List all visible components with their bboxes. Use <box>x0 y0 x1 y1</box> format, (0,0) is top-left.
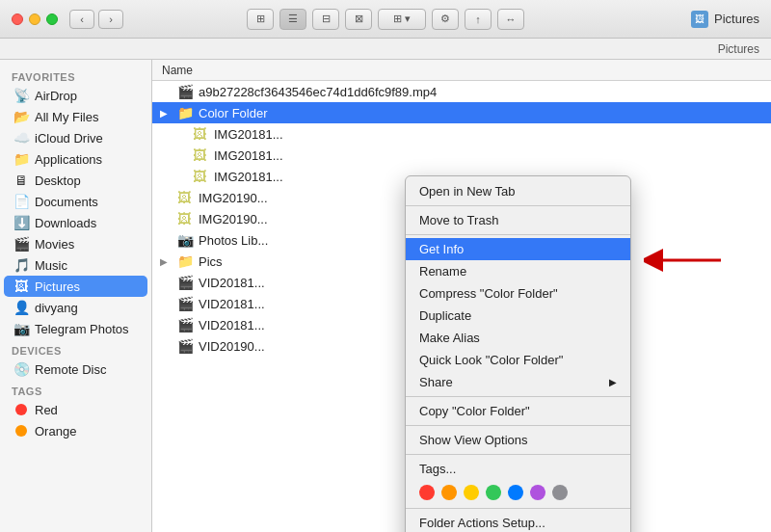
tag-gray[interactable] <box>552 485 568 500</box>
all-my-files-icon: 📂 <box>13 109 29 124</box>
ctx-quick-look[interactable]: Quick Look "Color Folder" <box>406 349 630 371</box>
file-name-img2: IMG20181... <box>214 148 283 163</box>
sidebar-item-documents[interactable]: 📄 Documents <box>4 191 147 212</box>
video-icon-1: 🎬 <box>177 275 193 290</box>
ctx-show-view-options[interactable]: Show View Options <box>406 429 630 451</box>
list-view-button[interactable]: ☰ <box>279 9 306 30</box>
svg-point-1 <box>15 425 27 437</box>
toolbar-center: ⊞ ☰ ⊟ ⊠ ⊞ ▾ ⚙ ↑ ↔ <box>247 9 524 30</box>
video-icon-4: 🎬 <box>177 338 193 354</box>
file-item-img1[interactable]: 🖼 IMG20181... <box>152 123 771 145</box>
tag-red[interactable] <box>419 485 435 500</box>
color-folder-icon: 📁 <box>177 105 193 120</box>
image-icon-5: 🖼 <box>177 211 193 226</box>
window-title-icon: 🖼 <box>691 11 708 28</box>
red-tag-icon <box>13 402 29 417</box>
ctx-share[interactable]: Share ▶ <box>406 371 630 393</box>
file-item-mp4[interactable]: 🎬 a9b27228cf3643546ec74d1dd6fc9f89.mp4 <box>152 81 771 102</box>
ctx-rename[interactable]: Rename <box>406 260 630 282</box>
column-view-button[interactable]: ⊟ <box>312 9 339 30</box>
action-button[interactable]: ↑ <box>465 9 492 30</box>
desktop-icon: 🖥 <box>13 173 29 188</box>
maximize-button[interactable] <box>46 13 58 25</box>
sidebar-item-desktop[interactable]: 🖥 Desktop <box>4 170 147 191</box>
sidebar-item-downloads[interactable]: ⬇️ Downloads <box>4 212 147 233</box>
sidebar-item-applications[interactable]: 📁 Applications <box>4 148 147 170</box>
ctx-get-info[interactable]: Get Info <box>406 238 630 260</box>
airdrop-label: AirDrop <box>35 89 77 103</box>
forward-button[interactable]: › <box>98 10 123 29</box>
file-item-color-folder[interactable]: ▶ 📁 Color Folder <box>152 102 771 123</box>
image-icon-1: 🖼 <box>193 126 208 142</box>
column-header: Name <box>152 60 771 81</box>
ctx-make-alias[interactable]: Make Alias <box>406 327 630 349</box>
file-name-photos-lib: Photos Lib... <box>199 233 268 248</box>
tag-green[interactable] <box>486 485 501 500</box>
gear-button[interactable]: ⚙ <box>432 9 459 30</box>
ctx-share-label: Share <box>419 375 453 389</box>
orange-tag-label: Orange <box>35 424 76 439</box>
tag-purple[interactable] <box>530 485 545 500</box>
video-icon-2: 🎬 <box>177 296 193 311</box>
sidebar-tag-orange[interactable]: Orange <box>4 420 147 441</box>
ctx-quick-look-label: Quick Look "Color Folder" <box>419 353 563 367</box>
sidebar-item-pictures[interactable]: 🖼 Pictures <box>4 276 147 297</box>
music-label: Music <box>35 258 67 273</box>
tag-orange[interactable] <box>441 485 457 500</box>
ctx-move-trash[interactable]: Move to Trash <box>406 209 630 231</box>
tag-yellow[interactable] <box>464 485 479 500</box>
ctx-rename-label: Rename <box>419 264 466 279</box>
ctx-compress[interactable]: Compress "Color Folder" <box>406 282 630 305</box>
sidebar-item-music[interactable]: 🎵 Music <box>4 254 147 276</box>
name-column-header: Name <box>162 64 193 77</box>
back-button[interactable]: ‹ <box>69 10 94 29</box>
file-name-vid3: VID20181... <box>199 318 265 332</box>
ctx-get-info-label: Get Info <box>419 242 464 256</box>
sidebar-item-telegram[interactable]: 📷 Telegram Photos <box>4 318 147 339</box>
ctx-open-new-tab[interactable]: Open in New Tab <box>406 180 630 202</box>
sidebar-item-divyang[interactable]: 👤 divyang <box>4 297 147 318</box>
disclosure-color-folder: ▶ <box>160 108 172 119</box>
ctx-sep-6 <box>406 508 630 509</box>
icloud-icon: ☁️ <box>13 130 29 146</box>
ctx-copy[interactable]: Copy "Color Folder" <box>406 400 630 422</box>
tag-blue[interactable] <box>508 485 523 500</box>
applications-icon: 📁 <box>13 151 29 167</box>
view-icon-button[interactable]: ⊞ <box>247 9 274 30</box>
documents-label: Documents <box>35 195 98 209</box>
all-my-files-label: All My Files <box>35 110 98 124</box>
sidebar-item-icloud[interactable]: ☁️ iCloud Drive <box>4 127 147 148</box>
group-by-button[interactable]: ⊞ ▾ <box>378 9 426 30</box>
icloud-label: iCloud Drive <box>35 131 103 146</box>
close-button[interactable] <box>12 13 23 25</box>
ctx-tags-row <box>406 480 630 505</box>
ctx-tags[interactable]: Tags... <box>406 458 630 480</box>
ctx-open-new-tab-label: Open in New Tab <box>419 184 516 199</box>
breadcrumb-bar: Pictures <box>0 39 771 60</box>
title-bar: ‹ › ⊞ ☰ ⊟ ⊠ ⊞ ▾ ⚙ ↑ ↔ 🖼 Pictures <box>0 0 771 39</box>
ctx-folder-actions[interactable]: Folder Actions Setup... <box>406 512 630 532</box>
ctx-folder-actions-label: Folder Actions Setup... <box>419 516 545 530</box>
sidebar-item-remote-disc[interactable]: 💿 Remote Disc <box>4 359 147 380</box>
music-icon: 🎵 <box>13 257 29 273</box>
minimize-button[interactable] <box>29 13 40 25</box>
file-name-pics: Pics <box>199 254 223 269</box>
sidebar-item-airdrop[interactable]: 📡 AirDrop <box>4 85 147 106</box>
file-name-vid1: VID20181... <box>199 276 265 290</box>
cover-flow-button[interactable]: ⊠ <box>345 9 372 30</box>
window-title-label: Pictures <box>714 12 759 26</box>
file-name-img5: IMG20190... <box>199 212 268 226</box>
ctx-sep-3 <box>406 396 630 397</box>
sidebar-item-all-my-files[interactable]: 📂 All My Files <box>4 106 147 127</box>
sidebar-item-movies[interactable]: 🎬 Movies <box>4 233 147 254</box>
tag-button[interactable]: ↔ <box>497 9 524 30</box>
sidebar: Favorites 📡 AirDrop 📂 All My Files ☁️ iC… <box>0 60 152 532</box>
file-item-img2[interactable]: 🖼 IMG20181... <box>152 145 771 166</box>
file-name-mp4: a9b27228cf3643546ec74d1dd6fc9f89.mp4 <box>199 85 437 99</box>
ctx-share-arrow: ▶ <box>609 377 617 387</box>
ctx-duplicate[interactable]: Duplicate <box>406 305 630 327</box>
image-icon-3: 🖼 <box>193 169 208 184</box>
movies-label: Movies <box>35 237 74 252</box>
sidebar-tag-red[interactable]: Red <box>4 399 147 420</box>
main-layout: Favorites 📡 AirDrop 📂 All My Files ☁️ iC… <box>0 60 771 532</box>
